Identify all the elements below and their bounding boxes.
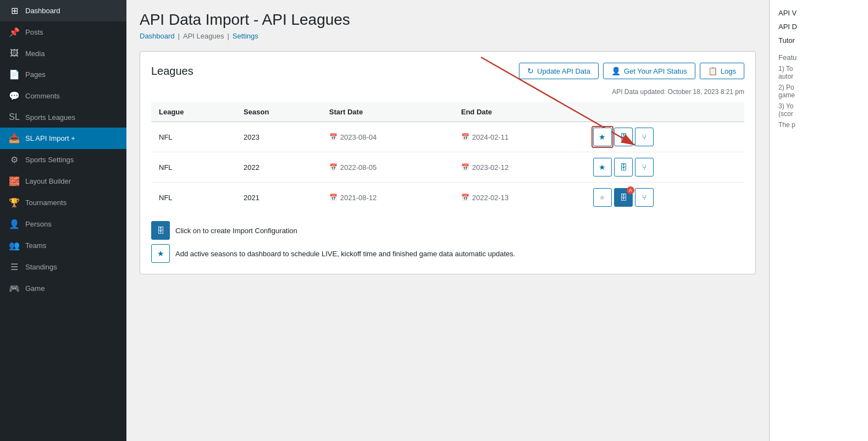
sidebar-item-sl-api-import[interactable]: 📥SL API Import + xyxy=(0,128,126,149)
update-api-button[interactable]: ↻ Update API Data xyxy=(519,63,599,79)
fork-button-1[interactable]: ⑂ xyxy=(635,158,654,177)
rp-api-d: API D xyxy=(778,23,859,31)
sports-leagues-icon: SL xyxy=(9,112,20,122)
sidebar-item-teams[interactable]: 👥Teams xyxy=(0,235,126,256)
sidebar-item-sports-leagues[interactable]: SLSports Leagues xyxy=(0,107,126,128)
db-badge: A xyxy=(627,186,634,194)
legend-item-db: 🗄 Click on to create Import Configuratio… xyxy=(151,221,744,240)
cell-end-1: 📅 2023-02-12 xyxy=(454,152,585,183)
card-actions: ↻ Update API Data 👤 Get Your API Status … xyxy=(519,63,744,79)
table-row: NFL 2022 📅 2022-08-05 📅 2023-02-12 ★ 🗄 ⑂ xyxy=(151,152,744,183)
cell-actions-1: ★ 🗄 ⑂ xyxy=(585,152,744,183)
rp-feature-3: 3) Yo(scor xyxy=(778,102,859,118)
table-row: NFL 2023 📅 2023-08-04 📅 2024-02-11 ★ 🗄 ⑂ xyxy=(151,122,744,152)
cell-actions-2: ★ 🗄A ⑂ xyxy=(585,183,744,213)
legend-star-text: Add active seasons to dashboard to sched… xyxy=(175,250,515,258)
cal-icon-end-1: 📅 xyxy=(461,163,469,171)
highlighted-star: ★ xyxy=(593,128,612,146)
cell-season-1: 2022 xyxy=(236,152,322,183)
end-date-val-1: 2023-02-12 xyxy=(472,163,509,172)
rp-features-label: Featu xyxy=(778,53,859,62)
right-panel: API V API D Tutor Featu 1) Toautor 2) Po… xyxy=(769,0,868,441)
breadcrumb-dashboard[interactable]: Dashboard xyxy=(140,32,175,40)
sidebar-item-media[interactable]: 🖼Media xyxy=(0,43,126,64)
cal-icon-start-1: 📅 xyxy=(329,163,338,171)
star-button-0[interactable]: ★ xyxy=(593,128,612,146)
table-row: NFL 2021 📅 2021-08-12 📅 2022-02-13 ★ 🗄A … xyxy=(151,183,744,213)
doc-icon: 📋 xyxy=(708,67,717,75)
sidebar-item-pages[interactable]: 📄Pages xyxy=(0,64,126,85)
api-updated-text: API Data updated: October 18, 2023 8:21 … xyxy=(151,88,744,96)
breadcrumb-settings[interactable]: Settings xyxy=(233,32,258,40)
legend-star-icon: ★ xyxy=(151,244,170,263)
cell-season-0: 2023 xyxy=(236,122,322,152)
sidebar-item-posts[interactable]: 📌Posts xyxy=(0,21,126,43)
action-btns-1: ★ 🗄 ⑂ xyxy=(593,158,737,177)
game-label: Game xyxy=(25,284,45,293)
card-header: Leagues ↻ Update API Data 👤 Get Your API… xyxy=(151,63,744,79)
col-end-date: End Date xyxy=(454,102,585,122)
sidebar-item-dashboard[interactable]: ⊞Dashboard xyxy=(0,0,126,21)
sidebar-item-standings[interactable]: ☰Standings xyxy=(0,256,126,278)
sidebar: ⊞Dashboard📌Posts🖼Media📄Pages💬CommentsSLS… xyxy=(0,0,126,441)
legend-item-star: ★ Add active seasons to dashboard to sch… xyxy=(151,244,744,263)
refresh-icon: ↻ xyxy=(527,67,534,75)
col-actions xyxy=(585,102,744,122)
cell-end-0: 📅 2024-02-11 xyxy=(454,122,585,152)
sidebar-item-comments[interactable]: 💬Comments xyxy=(0,85,126,107)
tournaments-icon: 🏆 xyxy=(9,197,20,208)
persons-icon: 👤 xyxy=(9,219,20,229)
sidebar-item-sports-settings[interactable]: ⚙Sports Settings xyxy=(0,149,126,170)
sidebar-item-tournaments[interactable]: 🏆Tournaments xyxy=(0,192,126,213)
sl-api-import-icon: 📥 xyxy=(9,133,20,144)
col-league: League xyxy=(151,102,236,122)
posts-label: Posts xyxy=(25,28,43,36)
logs-button[interactable]: 📋 Logs xyxy=(700,63,744,79)
leagues-table: League Season Start Date End Date NFL 20… xyxy=(151,102,744,212)
persons-label: Persons xyxy=(25,220,52,228)
pages-icon: 📄 xyxy=(9,69,20,80)
start-date-val-2: 2021-08-12 xyxy=(340,194,377,202)
star-button-2[interactable]: ★ xyxy=(593,188,612,207)
sidebar-item-layout-builder[interactable]: 🧱Layout Builder xyxy=(0,170,126,192)
media-icon: 🖼 xyxy=(9,48,20,58)
comments-label: Comments xyxy=(25,92,60,100)
layout-builder-icon: 🧱 xyxy=(9,176,20,186)
fork-button-2[interactable]: ⑂ xyxy=(635,188,654,207)
teams-icon: 👥 xyxy=(9,240,20,251)
rp-the-p: The p xyxy=(778,121,859,129)
card-title: Leagues xyxy=(151,65,193,78)
sidebar-item-persons[interactable]: 👤Persons xyxy=(0,213,126,235)
sports-settings-icon: ⚙ xyxy=(9,155,20,165)
cell-start-2: 📅 2021-08-12 xyxy=(322,183,454,213)
sl-api-import-label: SL API Import + xyxy=(25,134,75,142)
breadcrumb-sep-2: | xyxy=(227,32,229,40)
breadcrumb: Dashboard | API Leagues | Settings xyxy=(140,32,756,40)
end-date-val-0: 2024-02-11 xyxy=(472,133,509,141)
db-button-2[interactable]: 🗄A xyxy=(614,188,633,207)
cell-start-1: 📅 2022-08-05 xyxy=(322,152,454,183)
db-button-1[interactable]: 🗄 xyxy=(614,158,633,177)
sidebar-item-game[interactable]: 🎮Game xyxy=(0,278,126,299)
col-start-date: Start Date xyxy=(322,102,454,122)
cell-league-2: NFL xyxy=(151,183,236,213)
sports-settings-label: Sports Settings xyxy=(25,156,74,164)
star-button-1[interactable]: ★ xyxy=(593,158,612,177)
cal-icon-end-0: 📅 xyxy=(461,133,469,141)
fork-button-0[interactable]: ⑂ xyxy=(635,128,654,146)
comments-icon: 💬 xyxy=(9,91,20,101)
legend: 🗄 Click on to create Import Configuratio… xyxy=(151,221,744,263)
legend-db-icon: 🗄 xyxy=(151,221,170,240)
cal-icon-start-2: 📅 xyxy=(329,194,338,201)
tournaments-label: Tournaments xyxy=(25,199,67,207)
action-btns-0: ★ 🗄 ⑂ xyxy=(593,128,737,146)
db-button-0[interactable]: 🗄 xyxy=(614,128,633,146)
cell-end-2: 📅 2022-02-13 xyxy=(454,183,585,213)
sports-leagues-label: Sports Leagues xyxy=(25,113,75,122)
get-api-status-button[interactable]: 👤 Get Your API Status xyxy=(603,63,695,79)
cell-start-0: 📅 2023-08-04 xyxy=(322,122,454,152)
standings-label: Standings xyxy=(25,263,57,271)
teams-label: Teams xyxy=(25,241,46,250)
rp-api-v: API V xyxy=(778,9,859,17)
action-btns-2: ★ 🗄A ⑂ xyxy=(593,188,737,207)
